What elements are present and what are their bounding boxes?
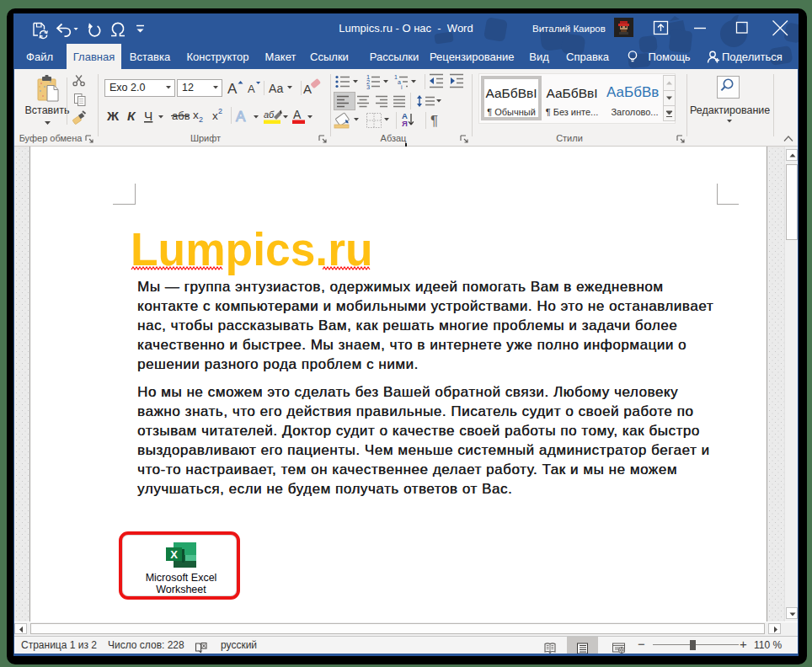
svg-text:Ж: Ж: [106, 109, 120, 123]
svg-text:Я: Я: [402, 119, 408, 128]
svg-text:2: 2: [199, 115, 203, 124]
svg-text:2: 2: [218, 107, 222, 115]
svg-text:х: х: [212, 109, 218, 122]
svg-text:аб: аб: [264, 109, 275, 120]
svg-text:х: х: [193, 109, 199, 121]
svg-text:А: А: [236, 109, 246, 125]
svg-text:А: А: [227, 81, 238, 97]
svg-text:А: А: [303, 82, 312, 96]
svg-text:¶: ¶: [430, 113, 438, 129]
svg-text:Аа: Аа: [269, 82, 283, 95]
svg-text:X: X: [170, 548, 178, 561]
svg-text:i: i: [401, 84, 403, 90]
svg-text:К: К: [127, 109, 136, 123]
svg-text:Ч: Ч: [144, 109, 152, 123]
svg-text:3: 3: [366, 83, 370, 91]
svg-text:А: А: [293, 108, 302, 121]
svg-text:А: А: [248, 83, 255, 95]
